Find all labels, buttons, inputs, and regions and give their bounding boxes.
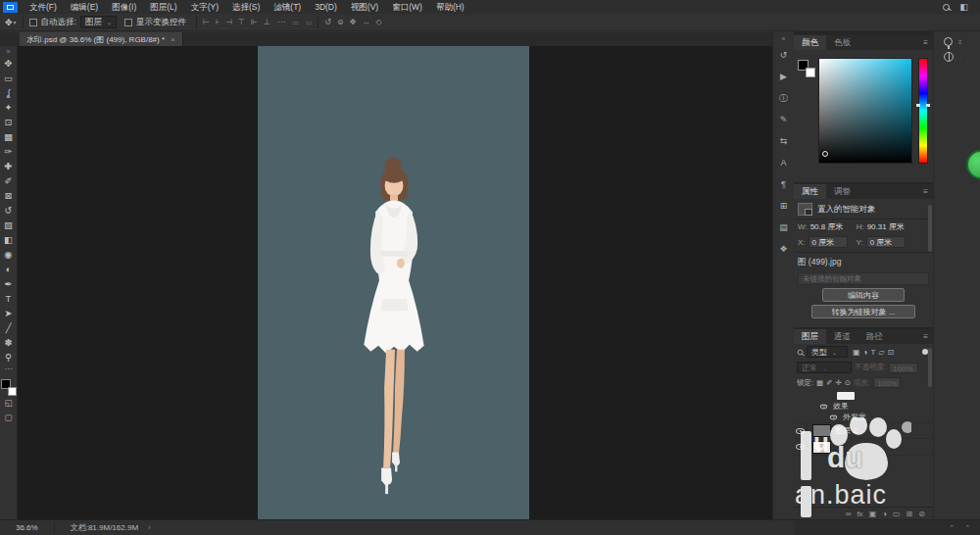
auto-select-target-dropdown[interactable]: 图层 ⌄ xyxy=(80,16,117,28)
saturation-brightness-field[interactable] xyxy=(818,58,912,164)
expand-panels-icon[interactable]: « xyxy=(782,35,786,42)
tool-marquee[interactable]: ▭ xyxy=(0,71,18,85)
collapse-icon[interactable]: ⌃ xyxy=(949,524,955,532)
quick-mask-icon[interactable]: ◱ xyxy=(0,396,18,411)
visibility-eye-icon[interactable] xyxy=(796,428,805,434)
tool-gradient[interactable]: ◧ xyxy=(0,232,18,247)
menu-select[interactable]: 选择(S) xyxy=(225,0,267,14)
clone-source-panel-icon[interactable]: ⇆ xyxy=(774,135,794,148)
new-layer-icon[interactable]: ⊞ xyxy=(906,510,913,518)
tool-healing-brush[interactable]: ✚ xyxy=(0,159,18,173)
tool-quick-select[interactable]: ✦ xyxy=(0,100,18,115)
align-top-icon[interactable]: ⊤ xyxy=(238,18,245,26)
align-bottom-icon[interactable]: ⊥ xyxy=(264,18,270,26)
3d-slide-icon[interactable]: ↔ xyxy=(362,18,369,26)
edit-toolbar-icon[interactable]: ⋯ xyxy=(5,365,13,376)
filter-type-icon[interactable]: T xyxy=(870,348,875,357)
filter-adjustment-icon[interactable]: ◑ xyxy=(863,348,868,357)
3d-scale-icon[interactable]: ◇ xyxy=(375,18,381,26)
menu-type[interactable]: 文字(Y) xyxy=(184,0,225,14)
visibility-eye-icon[interactable] xyxy=(820,404,827,409)
convert-to-linked-button[interactable]: 转换为链接对象 ... xyxy=(811,305,915,318)
tool-frame[interactable]: ▦ xyxy=(0,129,18,144)
w-value[interactable]: 50.8 厘米 xyxy=(810,221,854,232)
menu-3d[interactable]: 3D(D) xyxy=(308,0,344,14)
collapse-icon[interactable]: ⌃ xyxy=(964,524,970,532)
align-center-h-icon[interactable]: ⊦ xyxy=(216,18,220,26)
hue-slider-marker[interactable] xyxy=(916,104,930,107)
edit-contents-button[interactable]: 编辑内容 xyxy=(822,288,905,302)
brush-settings-panel-icon[interactable]: ✎ xyxy=(774,114,794,126)
panel-menu-icon[interactable]: ≡ xyxy=(923,184,933,199)
3d-roll-icon[interactable]: ⊜ xyxy=(337,18,344,26)
scrollbar[interactable] xyxy=(928,348,932,387)
status-popup-icon[interactable]: › xyxy=(148,523,151,532)
link-layers-icon[interactable]: ∞ xyxy=(846,510,852,518)
tab-adjustments[interactable]: 调整 xyxy=(826,184,858,199)
lock-all-icon[interactable]: ⊙ xyxy=(845,378,851,387)
align-middle-icon[interactable]: ⊩ xyxy=(251,18,258,26)
tool-clone-stamp[interactable]: ⊠ xyxy=(0,188,18,203)
menu-image[interactable]: 图像(I) xyxy=(105,0,143,14)
tab-swatches[interactable]: 色板 xyxy=(826,35,858,50)
learn-panel-item[interactable]: ≡ xyxy=(934,31,980,46)
align-left-icon[interactable]: ⊢ xyxy=(203,18,210,26)
3d-rotate-icon[interactable]: ↺ xyxy=(324,18,331,26)
character-styles-panel-icon[interactable]: ▤ xyxy=(774,221,794,234)
layer-thumbnail[interactable] xyxy=(812,424,831,437)
ps-home-icon[interactable] xyxy=(3,2,18,13)
align-right-icon[interactable]: ⊣ xyxy=(225,18,232,26)
menu-window[interactable]: 窗口(W) xyxy=(385,0,429,14)
layer-thumbnail[interactable] xyxy=(812,441,831,454)
close-icon[interactable]: × xyxy=(171,35,175,44)
tool-path-select[interactable]: ➤ xyxy=(0,306,18,320)
y-value-field[interactable]: 0 厘米 xyxy=(866,236,906,248)
character-panel-icon[interactable]: A xyxy=(774,157,794,170)
menu-file[interactable]: 文件(F) xyxy=(23,0,64,14)
tool-crop[interactable]: ⊡ xyxy=(0,115,18,129)
layer-row[interactable] xyxy=(794,390,933,401)
3d-drag-icon[interactable]: ✥ xyxy=(350,18,357,26)
layer-row-layer2[interactable]: 图层 2 xyxy=(794,422,933,439)
color-swatches[interactable] xyxy=(798,60,815,77)
auto-select-checkbox[interactable] xyxy=(29,19,37,26)
menu-filter[interactable]: 滤镜(T) xyxy=(267,0,308,14)
menu-edit[interactable]: 编辑(E) xyxy=(64,0,105,14)
layer-name[interactable]: 图层 2 xyxy=(835,425,858,436)
move-tool-icon[interactable]: ✥ xyxy=(5,18,13,27)
visibility-eye-icon[interactable] xyxy=(830,414,837,419)
visibility-eye-icon[interactable] xyxy=(796,444,805,450)
libraries-panel-icon[interactable]: ❖ xyxy=(774,243,794,256)
tab-layers[interactable]: 图层 xyxy=(794,329,826,344)
layer-style-icon[interactable]: fx xyxy=(857,510,862,518)
x-value-field[interactable]: 0 厘米 xyxy=(808,236,848,248)
background-color-swatch[interactable] xyxy=(806,68,815,77)
tool-line[interactable]: ╱ xyxy=(0,320,18,335)
tool-lasso[interactable]: ʆ xyxy=(0,85,18,100)
filter-smart-object-icon[interactable]: ⊡ xyxy=(887,348,894,357)
show-transform-checkbox[interactable] xyxy=(124,19,132,26)
tool-eraser[interactable]: ▨ xyxy=(0,218,18,232)
lock-transparency-icon[interactable]: ▦ xyxy=(816,378,823,387)
filter-shape-icon[interactable]: ▱ xyxy=(878,348,884,357)
libraries-panel-item[interactable]: · xyxy=(934,46,980,62)
tool-hand[interactable]: ✽ xyxy=(0,335,18,350)
tool-move[interactable]: ✥ xyxy=(0,56,18,71)
tool-zoom[interactable]: ⚲ xyxy=(0,350,18,365)
workspace-switcher-icon[interactable]: ◧ xyxy=(959,2,968,12)
foreground-background-swatches[interactable] xyxy=(1,379,17,396)
glyphs-panel-icon[interactable]: ⊞ xyxy=(774,200,794,213)
tool-brush[interactable]: ✐ xyxy=(0,173,18,188)
tab-paths[interactable]: 路径 xyxy=(858,329,891,344)
canvas-document[interactable] xyxy=(258,46,529,519)
toolbar-overflow-icon[interactable]: » xyxy=(7,47,11,56)
filter-pixel-icon[interactable]: ▣ xyxy=(853,348,860,357)
actions-panel-icon[interactable]: ▶ xyxy=(774,71,794,83)
tool-type[interactable]: T xyxy=(0,291,18,306)
lock-image-icon[interactable]: ✐ xyxy=(826,378,832,387)
color-field-cursor[interactable] xyxy=(822,151,828,157)
tool-dodge[interactable]: ◐ xyxy=(0,262,18,276)
screen-mode-icon[interactable]: ▢ xyxy=(0,411,18,425)
align-more-icon[interactable]: ⋯ xyxy=(277,18,285,26)
document-tab[interactable]: 水印.psd @ 36.6% (图 (499), RGB/8#) * × xyxy=(20,32,183,46)
